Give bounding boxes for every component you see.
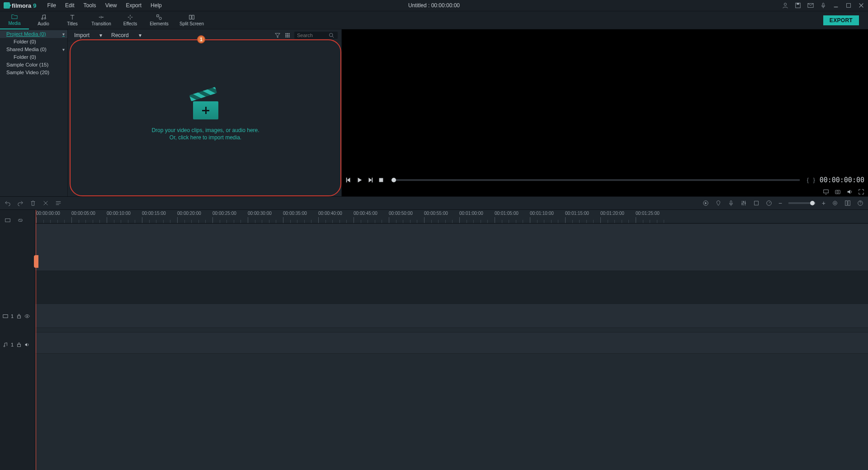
render-icon[interactable]	[703, 200, 709, 206]
playhead[interactable]	[36, 210, 36, 470]
preview-controls: { } 00:00:00:00	[345, 176, 864, 185]
speaker-icon[interactable]	[24, 342, 30, 347]
mic-icon[interactable]	[820, 2, 826, 9]
scrubber-handle[interactable]	[392, 178, 396, 182]
mail-icon[interactable]	[807, 2, 814, 9]
tab-effects[interactable]: Effects	[116, 11, 145, 29]
filter-icon[interactable]	[274, 32, 281, 38]
search-icon[interactable]	[329, 33, 334, 38]
zoom-handle[interactable]	[810, 201, 815, 205]
volume-icon[interactable]	[846, 189, 853, 195]
playhead-grip[interactable]	[34, 255, 38, 268]
export-button[interactable]: EXPORT	[823, 15, 859, 25]
chevron-down-icon[interactable]: ▾	[62, 31, 65, 38]
audio-track-header[interactable]: 1	[3, 342, 30, 347]
chevron-down-icon[interactable]: ▾	[62, 46, 65, 53]
crop-icon[interactable]	[753, 200, 760, 206]
sidebar-item-sample-video[interactable]: Sample Video (20)	[0, 69, 67, 76]
video-track-header[interactable]: 1	[3, 313, 30, 319]
sidebar-item-folder[interactable]: Folder (0)	[0, 53, 67, 61]
zoom-in-icon[interactable]: +	[822, 199, 826, 207]
menu-view[interactable]: View	[101, 0, 122, 10]
preview-scrubber[interactable]	[392, 179, 800, 181]
prev-frame-icon[interactable]	[345, 177, 352, 183]
display-icon[interactable]	[823, 189, 829, 195]
timeline: 1 1 00:00:00:0000:00:05:0000:00:10:0000:…	[0, 210, 868, 470]
undo-icon[interactable]	[5, 200, 11, 206]
menu-export[interactable]: Export	[121, 0, 146, 10]
media-dropzone[interactable]: Drop your video clips, images, or audio …	[70, 39, 341, 196]
next-frame-icon[interactable]	[367, 177, 373, 183]
svg-point-21	[330, 33, 333, 37]
track-id: 1	[11, 342, 14, 347]
save-icon[interactable]	[795, 2, 801, 9]
sidebar-item-sample-color[interactable]: Sample Color (15)	[0, 61, 67, 69]
sidebar-item-project-media[interactable]: Project Media (0)▾	[0, 30, 67, 38]
menu-file[interactable]: File	[43, 0, 61, 10]
tab-titles[interactable]: Titles	[58, 11, 87, 29]
camera-icon[interactable]	[835, 189, 841, 195]
link-icon[interactable]	[17, 217, 24, 223]
split-clip-icon[interactable]	[42, 200, 49, 206]
lock-icon[interactable]	[16, 313, 22, 319]
clapperboard-icon	[193, 95, 218, 120]
voiceover-icon[interactable]	[728, 200, 734, 206]
delete-icon[interactable]	[30, 200, 36, 206]
tab-split-screen[interactable]: Split Screen	[174, 11, 210, 29]
tab-label: Transition	[91, 21, 111, 26]
snap-icon[interactable]	[5, 217, 11, 223]
close-icon[interactable]	[858, 2, 864, 9]
eye-icon[interactable]	[24, 313, 30, 319]
svg-rect-26	[835, 190, 840, 194]
chevron-down-icon: ▾	[99, 32, 102, 38]
search-box[interactable]	[294, 32, 338, 39]
minimize-icon[interactable]	[833, 2, 839, 9]
timeline-view-icon[interactable]	[844, 200, 851, 206]
record-dropdown[interactable]: Record▾	[108, 31, 144, 39]
svg-rect-8	[157, 15, 159, 17]
media-panel: Import▾ Record▾ Drop your video clips, i…	[68, 29, 341, 196]
tab-transition[interactable]: Transition	[87, 11, 116, 29]
text-icon	[69, 14, 75, 20]
import-dropdown[interactable]: Import▾	[71, 31, 105, 39]
sidebar-item-shared-media[interactable]: Shared Media (0)▾	[0, 46, 67, 53]
tab-audio[interactable]: Audio	[29, 11, 58, 29]
grid-view-icon[interactable]	[284, 32, 291, 38]
bracket-left-icon[interactable]: {	[807, 177, 809, 183]
stop-icon[interactable]	[378, 177, 384, 183]
search-input[interactable]	[297, 33, 329, 38]
menu-tools[interactable]: Tools	[79, 0, 101, 10]
redo-icon[interactable]	[17, 200, 24, 206]
tab-media[interactable]: Media	[0, 11, 29, 29]
zoom-slider[interactable]	[788, 202, 816, 204]
zoom-out-icon[interactable]: −	[778, 199, 782, 207]
edit-icon[interactable]	[55, 200, 61, 206]
play-icon[interactable]	[356, 177, 363, 183]
audio-track[interactable]	[35, 332, 868, 354]
menu-help[interactable]: Help	[146, 0, 166, 10]
app-name: filmora	[12, 2, 31, 9]
svg-rect-40	[3, 315, 8, 318]
track-id: 1	[11, 313, 14, 319]
zoom-fit-icon[interactable]	[832, 200, 838, 206]
maximize-icon[interactable]	[845, 2, 852, 9]
sidebar-item-folder[interactable]: Folder (0)	[0, 38, 67, 46]
svg-point-30	[741, 203, 743, 204]
tab-label: Media	[8, 21, 20, 26]
lock-icon[interactable]	[16, 342, 22, 347]
time-ruler[interactable]: 00:00:00:0000:00:05:0000:00:10:0000:00:1…	[35, 210, 868, 223]
marker-icon[interactable]	[715, 200, 722, 206]
app-version-badge: 9	[33, 2, 36, 9]
tab-label: Audio	[38, 21, 49, 26]
fullscreen-icon[interactable]	[858, 189, 864, 195]
tab-elements[interactable]: Elements	[145, 11, 174, 29]
help-icon[interactable]	[857, 200, 863, 206]
empty-track[interactable]	[35, 223, 868, 271]
menu-edit[interactable]: Edit	[61, 0, 79, 10]
audio-mixer-icon[interactable]	[741, 200, 747, 206]
timeline-tracks[interactable]: 00:00:00:0000:00:05:0000:00:10:0000:00:1…	[35, 210, 868, 470]
user-icon[interactable]	[782, 2, 788, 9]
video-track[interactable]	[35, 304, 868, 328]
speed-icon[interactable]	[766, 200, 772, 206]
bracket-right-icon[interactable]: }	[813, 177, 815, 183]
